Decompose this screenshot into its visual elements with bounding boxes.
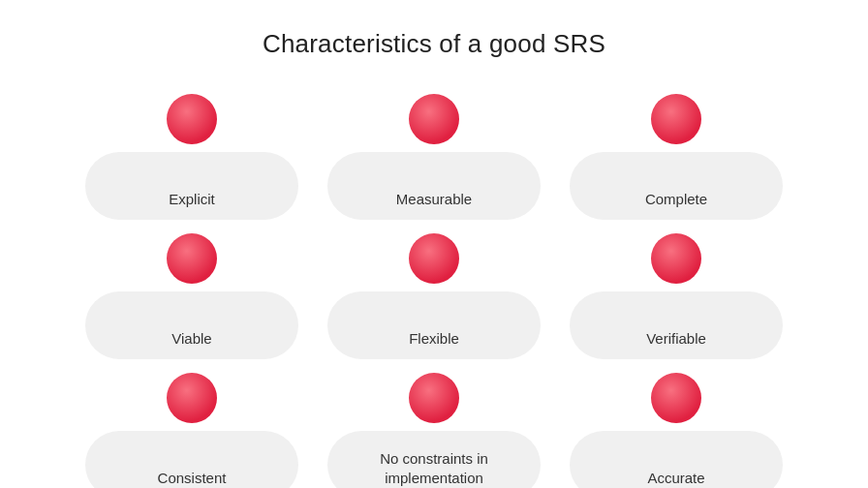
card-consistent: Consistent bbox=[85, 373, 298, 488]
label-consistent: Consistent bbox=[95, 469, 289, 488]
pill-consistent: Consistent bbox=[85, 431, 298, 488]
pill-accurate: Accurate bbox=[570, 431, 783, 488]
pill-viable: Viable bbox=[85, 291, 298, 359]
dot-viable bbox=[167, 233, 217, 284]
pill-complete: Complete bbox=[570, 152, 783, 220]
pill-measurable: Measurable bbox=[327, 152, 541, 220]
pill-explicit: Explicit bbox=[85, 152, 298, 220]
dot-flexible bbox=[409, 233, 459, 284]
cards-grid: ExplicitMeasurableCompleteViableFlexible… bbox=[85, 94, 783, 488]
card-flexible: Flexible bbox=[327, 233, 541, 359]
pill-flexible: Flexible bbox=[327, 291, 541, 359]
label-flexible: Flexible bbox=[337, 329, 531, 349]
dot-verifiable bbox=[651, 233, 701, 284]
page-title: Characteristics of a good SRS bbox=[263, 29, 605, 59]
label-verifiable: Verifiable bbox=[579, 329, 773, 349]
pill-verifiable: Verifiable bbox=[570, 291, 783, 359]
card-viable: Viable bbox=[85, 233, 298, 359]
dot-measurable bbox=[409, 94, 459, 144]
label-accurate: Accurate bbox=[579, 469, 773, 488]
label-no-constraints: No constraints in implementation bbox=[337, 449, 531, 487]
card-measurable: Measurable bbox=[327, 94, 541, 220]
card-explicit: Explicit bbox=[85, 94, 298, 220]
card-accurate: Accurate bbox=[570, 373, 783, 488]
card-no-constraints: No constraints in implementation bbox=[327, 373, 541, 488]
label-explicit: Explicit bbox=[95, 190, 289, 209]
dot-explicit bbox=[167, 94, 217, 144]
label-complete: Complete bbox=[579, 190, 773, 209]
label-measurable: Measurable bbox=[337, 190, 531, 209]
dot-consistent bbox=[167, 373, 217, 423]
card-verifiable: Verifiable bbox=[570, 233, 783, 359]
label-viable: Viable bbox=[95, 329, 289, 349]
pill-no-constraints: No constraints in implementation bbox=[327, 431, 541, 488]
dot-no-constraints bbox=[409, 373, 459, 423]
dot-complete bbox=[651, 94, 701, 144]
card-complete: Complete bbox=[570, 94, 783, 220]
dot-accurate bbox=[651, 373, 701, 423]
